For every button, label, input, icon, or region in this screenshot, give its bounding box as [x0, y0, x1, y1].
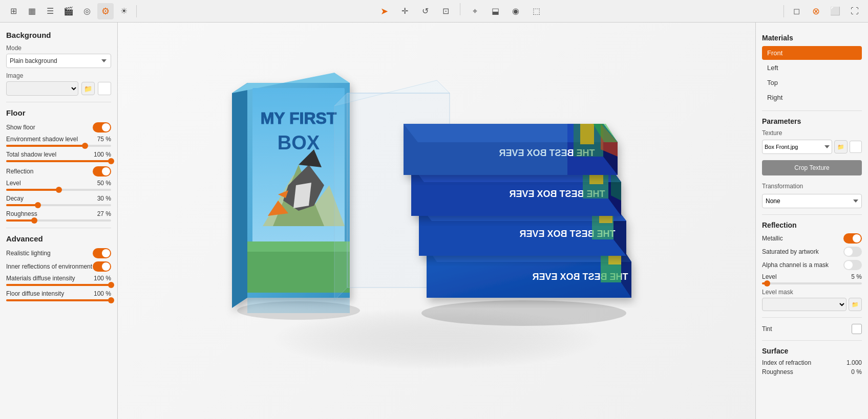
roughness-track[interactable]	[6, 219, 111, 222]
roughness-thumb[interactable]	[31, 217, 37, 224]
floor-diffuse-thumb[interactable]	[108, 297, 114, 303]
alpha-channel-toggle[interactable]	[843, 260, 862, 270]
sun-tool-button[interactable]: ☀	[116, 3, 132, 19]
total-shadow-track[interactable]	[6, 160, 111, 162]
light-tool-button[interactable]: ◉	[507, 3, 524, 19]
total-shadow-thumb[interactable]	[108, 158, 114, 164]
level-mask-row: 📁	[762, 298, 862, 311]
close-circle-button[interactable]: ⊗	[808, 3, 824, 19]
svg-marker-44	[580, 124, 594, 144]
show-floor-row: Show floor	[6, 122, 111, 133]
show-floor-label: Show floor	[6, 124, 35, 131]
realistic-lighting-row: Realistic lighting	[6, 248, 111, 258]
level-thumb[interactable]	[56, 187, 62, 193]
reflection-title: Reflection	[762, 221, 862, 229]
right-level-label: Level	[762, 273, 777, 280]
texture-color-swatch[interactable]	[850, 141, 862, 153]
roughness-value: 27 %	[91, 210, 111, 217]
surface-title: Surface	[762, 347, 862, 355]
floor-diffuse-value: 100 %	[91, 290, 111, 297]
realistic-lighting-toggle[interactable]	[93, 248, 111, 258]
total-shadow-fill	[6, 160, 111, 162]
right-level-value: 5 %	[841, 273, 862, 280]
svg-text:BOX: BOX	[277, 132, 320, 153]
alpha-channel-label: Alpha channel is a mask	[762, 261, 829, 269]
index-refraction-value: 1.000	[841, 359, 862, 366]
mode-select[interactable]: Plain background Environment Custom	[6, 54, 111, 68]
material-top[interactable]: Top	[762, 76, 862, 90]
floor-section-title: Floor	[6, 108, 111, 117]
right-level-thumb[interactable]	[764, 280, 770, 286]
target-tool-button[interactable]: ◎	[79, 3, 95, 19]
metallic-toggle[interactable]	[843, 233, 862, 244]
decay-thumb[interactable]	[35, 202, 41, 208]
transformation-select[interactable]: None Flip H Flip V Rotate 90	[762, 194, 862, 208]
right-level-track[interactable]	[762, 282, 862, 284]
realistic-lighting-label: Realistic lighting	[6, 250, 51, 257]
cube-view-button[interactable]: ◻	[788, 3, 805, 19]
image-folder-button[interactable]: 📁	[81, 82, 95, 95]
mat-diffuse-value: 100 %	[91, 275, 111, 282]
roughness-label: Roughness	[6, 210, 37, 217]
crop-texture-button[interactable]: Crop Texture	[762, 160, 862, 175]
right-panel: Materials Front Left Top Right Parameter…	[755, 23, 868, 419]
decay-value: 30 %	[91, 195, 111, 202]
level-mask-select[interactable]	[762, 298, 846, 311]
toolbar-separator-3	[784, 5, 784, 17]
expand-button[interactable]: ⛶	[846, 3, 863, 19]
level-fill	[6, 189, 59, 191]
saturated-toggle[interactable]	[843, 247, 862, 257]
material-right[interactable]: Right	[762, 91, 862, 104]
material-front[interactable]: Front	[762, 46, 862, 60]
env-shadow-fill	[6, 145, 85, 147]
floor-diffuse-track[interactable]	[6, 299, 111, 301]
level-value: 50 %	[91, 180, 111, 187]
tint-label: Tint	[762, 325, 772, 333]
brush-tool-button[interactable]: ⬚	[528, 3, 544, 19]
saturated-row: Saturated by artwork	[762, 247, 862, 257]
canvas-background: MY FIRST BOX	[118, 23, 755, 419]
list-tool-button[interactable]: ☰	[42, 3, 58, 19]
show-floor-toggle[interactable]	[93, 122, 111, 133]
inner-reflections-toggle[interactable]	[93, 261, 111, 272]
tint-swatch[interactable]	[852, 324, 862, 334]
move-tool-button[interactable]: ✛	[396, 3, 413, 19]
mat-diffuse-thumb[interactable]	[108, 282, 114, 288]
material-left[interactable]: Left	[762, 61, 862, 75]
grid-tool-button[interactable]: ▦	[24, 3, 40, 19]
film-tool-button[interactable]: 🎬	[60, 3, 77, 19]
mat-diffuse-row: Materials diffuse intensity 100 %	[6, 275, 111, 282]
decay-label: Decay	[6, 195, 24, 202]
add-tool-button[interactable]: ⊞	[5, 3, 22, 19]
settings-tool-button[interactable]: ⚙	[97, 3, 114, 19]
saturated-label: Saturated by artwork	[762, 248, 819, 255]
canvas-area[interactable]: MY FIRST BOX	[118, 23, 755, 419]
image-select[interactable]	[6, 81, 78, 96]
image-color-swatch[interactable]	[98, 82, 111, 95]
surface-roughness-value: 0 %	[841, 368, 862, 376]
svg-text:MY FIRST: MY FIRST	[260, 109, 336, 127]
texture-label: Texture	[762, 129, 862, 137]
texture-folder-button[interactable]: 📁	[834, 140, 848, 153]
reflection-row: Reflection	[6, 166, 111, 177]
save-button[interactable]: ⬜	[827, 3, 843, 19]
mat-diffuse-label: Materials diffuse intensity	[6, 275, 75, 282]
mat-diffuse-track[interactable]	[6, 284, 111, 286]
scale-tool-button[interactable]: ⊡	[437, 3, 454, 19]
metallic-row: Metallic	[762, 233, 862, 244]
right-divider-2	[762, 214, 862, 215]
level-mask-folder-button[interactable]: 📁	[849, 298, 862, 311]
ground-tool-button[interactable]: ⬓	[487, 3, 503, 19]
rotate-tool-button[interactable]: ↺	[417, 3, 433, 19]
env-shadow-track[interactable]	[6, 145, 111, 147]
decay-track[interactable]	[6, 204, 111, 206]
svg-marker-1	[232, 83, 247, 308]
env-shadow-thumb[interactable]	[82, 143, 88, 149]
reflection-toggle[interactable]	[93, 166, 111, 177]
node-tool-button[interactable]: ⌖	[467, 3, 483, 19]
level-track[interactable]	[6, 189, 111, 191]
texture-select[interactable]: Box Front.jpg None	[762, 140, 832, 154]
surface-roughness-row: Roughness 0 %	[762, 368, 862, 376]
cursor-tool-button[interactable]: ➤	[376, 3, 392, 19]
materials-list: Front Left Top Right	[762, 46, 862, 104]
